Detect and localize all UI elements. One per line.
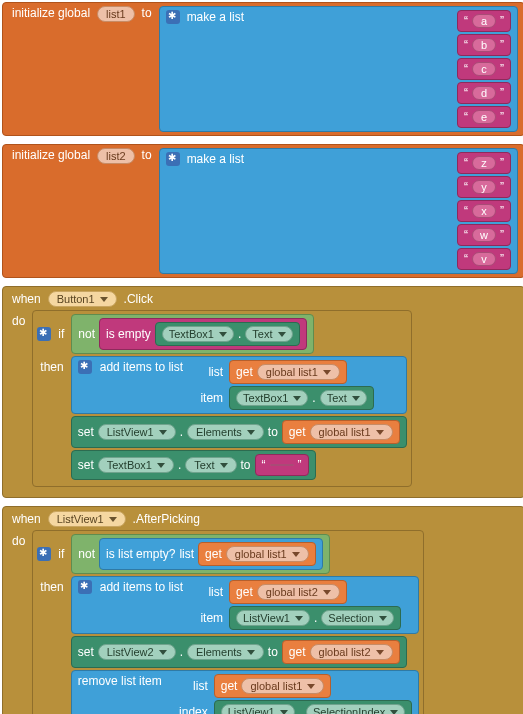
text-value[interactable]: d — [472, 86, 496, 100]
component-pill[interactable]: TextBox1 — [162, 326, 234, 342]
not-block[interactable]: not is list empty? list get global list1 — [71, 534, 329, 574]
if-block[interactable]: if not is empty TextBox1 . Text — [32, 310, 411, 487]
text-value[interactable]: b — [472, 38, 496, 52]
chevron-down-icon — [293, 396, 301, 401]
chevron-down-icon — [376, 430, 384, 435]
component-pill[interactable]: ListView1 — [236, 610, 310, 626]
property-pill[interactable]: Text — [320, 390, 367, 406]
component-pill[interactable]: ListView1 — [98, 424, 176, 440]
text-literal[interactable]: “v” — [457, 248, 511, 270]
set-label: set — [78, 425, 94, 439]
component-pill[interactable]: ListView2 — [98, 644, 176, 660]
property-getter[interactable]: ListView1 . Selection — [229, 606, 401, 630]
property-getter[interactable]: TextBox1 . Text — [229, 386, 374, 410]
text-literal[interactable]: “” — [255, 454, 309, 476]
text-value[interactable]: x — [472, 204, 496, 218]
text-literal[interactable]: “d” — [457, 82, 511, 104]
if-block[interactable]: if not is list empty? list get global li… — [32, 530, 424, 714]
property-pill[interactable]: Elements — [187, 424, 264, 440]
get-var-block[interactable]: get global list2 — [282, 640, 400, 664]
text-value[interactable] — [270, 464, 294, 466]
text-literal[interactable]: “c” — [457, 58, 511, 80]
var-name-pill[interactable]: list1 — [97, 6, 135, 22]
add-items-to-list-block[interactable]: add items to list list get global list1 — [71, 356, 407, 414]
event-handler-button1-click[interactable]: when Button1 .Click do if not is empty T… — [2, 286, 523, 498]
gear-icon[interactable] — [78, 580, 92, 594]
component-pill[interactable]: ListView1 — [221, 704, 295, 714]
init-global-list1[interactable]: initialize global list1 to make a list “… — [2, 2, 523, 136]
component-pill[interactable]: TextBox1 — [236, 390, 308, 406]
gear-icon[interactable] — [37, 547, 51, 561]
gear-icon[interactable] — [78, 360, 92, 374]
chevron-down-icon — [220, 463, 228, 468]
slot-label-item: item — [191, 611, 223, 625]
property-pill[interactable]: Selection — [321, 610, 393, 626]
var-name-pill[interactable]: list2 — [97, 148, 135, 164]
chevron-down-icon — [278, 332, 286, 337]
slot-label-list: list — [179, 547, 194, 561]
text-literal[interactable]: “e” — [457, 106, 511, 128]
remove-list-item-block[interactable]: remove list item list get global list1 — [71, 670, 419, 714]
var-pill[interactable]: global list2 — [310, 644, 393, 660]
get-var-block[interactable]: get global list1 — [198, 542, 316, 566]
gear-icon[interactable] — [166, 10, 180, 24]
get-label: get — [289, 425, 306, 439]
text-value[interactable]: c — [472, 62, 496, 76]
get-var-block[interactable]: get global list1 — [214, 674, 332, 698]
gear-icon[interactable] — [166, 152, 180, 166]
var-pill[interactable]: global list2 — [257, 584, 340, 600]
property-getter[interactable]: ListView1 . SelectionIndex — [214, 700, 412, 714]
set-label: set — [78, 645, 94, 659]
not-block[interactable]: not is empty TextBox1 . Text — [71, 314, 313, 354]
property-pill[interactable]: Elements — [187, 644, 264, 660]
make-a-list-block[interactable]: make a list “a” “b” “c” “d” “e” — [159, 6, 518, 132]
text-value[interactable]: e — [472, 110, 496, 124]
make-list-label: make a list — [184, 152, 247, 166]
make-a-list-block[interactable]: make a list “z” “y” “x” “w” “v” — [159, 148, 518, 274]
component-pill[interactable]: Button1 — [48, 291, 117, 307]
text-literal[interactable]: “y” — [457, 176, 511, 198]
chevron-down-icon — [100, 297, 108, 302]
property-getter[interactable]: TextBox1 . Text — [155, 322, 300, 346]
chevron-down-icon — [295, 616, 303, 621]
text-value[interactable]: a — [472, 14, 496, 28]
set-property-block[interactable]: set TextBox1 . Text to “” — [71, 450, 316, 480]
property-pill[interactable]: SelectionIndex — [306, 704, 405, 714]
init-global-list2[interactable]: initialize global list2 to make a list “… — [2, 144, 523, 278]
property-pill[interactable]: Text — [185, 457, 236, 473]
set-property-block[interactable]: set ListView2 . Elements to get global l… — [71, 636, 407, 668]
chevron-down-icon — [109, 517, 117, 522]
text-literal[interactable]: “b” — [457, 34, 511, 56]
add-items-to-list-block[interactable]: add items to list list get global list2 — [71, 576, 419, 634]
is-empty-block[interactable]: is empty TextBox1 . Text — [99, 318, 306, 350]
var-pill[interactable]: global list1 — [226, 546, 309, 562]
set-label: set — [78, 458, 94, 472]
get-var-block[interactable]: get global list2 — [229, 580, 347, 604]
var-pill[interactable]: global list1 — [257, 364, 340, 380]
text-value[interactable]: w — [472, 228, 496, 242]
property-pill[interactable]: Text — [245, 326, 292, 342]
do-label: do — [9, 310, 28, 328]
chevron-down-icon — [247, 650, 255, 655]
text-value[interactable]: y — [472, 180, 496, 194]
var-pill[interactable]: global list1 — [310, 424, 393, 440]
get-var-block[interactable]: get global list1 — [229, 360, 347, 384]
gear-icon[interactable] — [37, 327, 51, 341]
if-label: if — [55, 547, 67, 561]
to-label: to — [268, 425, 278, 439]
text-literal[interactable]: “z” — [457, 152, 511, 174]
when-label: when — [9, 512, 44, 526]
get-var-block[interactable]: get global list1 — [282, 420, 400, 444]
event-handler-listview1-afterpicking[interactable]: when ListView1 .AfterPicking do if not i… — [2, 506, 523, 714]
var-pill[interactable]: global list1 — [241, 678, 324, 694]
is-list-empty-block[interactable]: is list empty? list get global list1 — [99, 538, 323, 570]
set-property-block[interactable]: set ListView1 . Elements to get global l… — [71, 416, 407, 448]
chevron-down-icon — [247, 430, 255, 435]
text-literal[interactable]: “w” — [457, 224, 511, 246]
text-literal[interactable]: “a” — [457, 10, 511, 32]
text-literal[interactable]: “x” — [457, 200, 511, 222]
component-pill[interactable]: TextBox1 — [98, 457, 174, 473]
text-value[interactable]: v — [472, 252, 496, 266]
component-pill[interactable]: ListView1 — [48, 511, 126, 527]
text-value[interactable]: z — [472, 156, 496, 170]
